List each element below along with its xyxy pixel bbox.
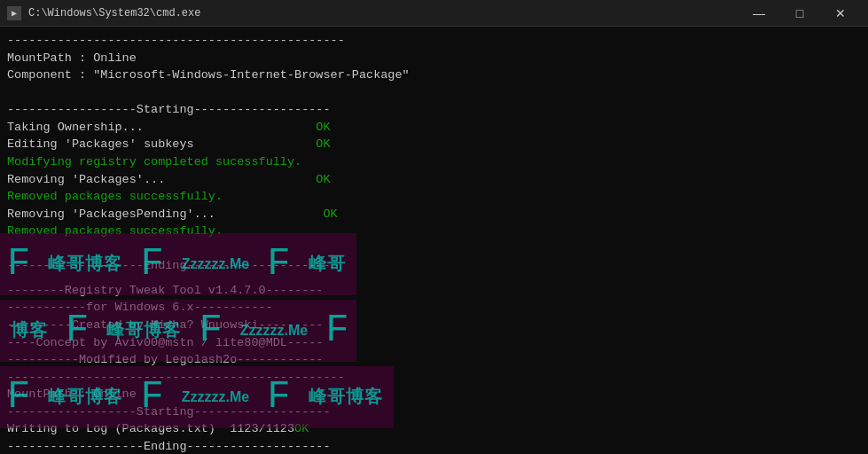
terminal-line: ----------------------------------------… [7,32,861,50]
terminal-line: MountPath : Online [7,50,861,67]
terminal-line: Modifying registry completed sucessfully… [7,153,861,171]
window-title: C:\Windows\System32\cmd.exe [28,7,200,20]
terminal-line: MountPath : Online [7,386,861,403]
close-button[interactable]: ✕ [820,0,861,27]
maximize-button[interactable]: □ [779,0,820,27]
terminal-line: -------------------Ending---------------… [7,257,861,275]
title-bar: ▶ C:\Windows\System32\cmd.exe — □ ✕ [0,0,868,27]
terminal-line [7,84,861,102]
title-bar-left: ▶ C:\Windows\System32\cmd.exe [7,6,200,20]
terminal-line: ----------Modified by Legolash2o--------… [7,351,861,369]
terminal-line: --------Registry Tweak Tool v1.4.7.0----… [7,282,861,300]
minimize-button[interactable]: — [739,0,779,27]
cmd-icon: ▶ [7,6,21,20]
terminal-line: Removing 'PackagesPending'... OK [7,206,861,223]
terminal-line: ------------------Starting--------------… [7,403,861,421]
terminal-window: ----------------------------------------… [0,27,868,454]
window-controls: — □ ✕ [739,0,861,27]
terminal-line [7,240,861,258]
terminal-line: Removed packages successfully. [7,188,861,206]
terminal-line: Taking Ownership... OK [7,119,861,137]
terminal-line: -----------for Windows 6.x----------- [7,299,861,317]
terminal-line: Removed packages successfully. [7,223,861,240]
terminal-line: Writing to Log (Packages.txt) 1123/1123O… [7,420,861,438]
terminal-line: ----------------------------------------… [7,369,861,387]
terminal-line: Component : "Microsoft-Windows-Internet-… [7,67,861,84]
terminal-line: -------------------Ending---------------… [7,438,861,454]
terminal-line: ----Concept by Aviv00@mstn / lite80@MDL-… [7,334,861,352]
terminal-line: Editing 'Packages' subkeys OK [7,136,861,153]
terminal-line: ------------------Starting--------------… [7,101,861,119]
terminal-line: Removing 'Packages'... OK [7,171,861,189]
terminal-line: ---------Created by Micha? Wnuowski-----… [7,317,861,334]
